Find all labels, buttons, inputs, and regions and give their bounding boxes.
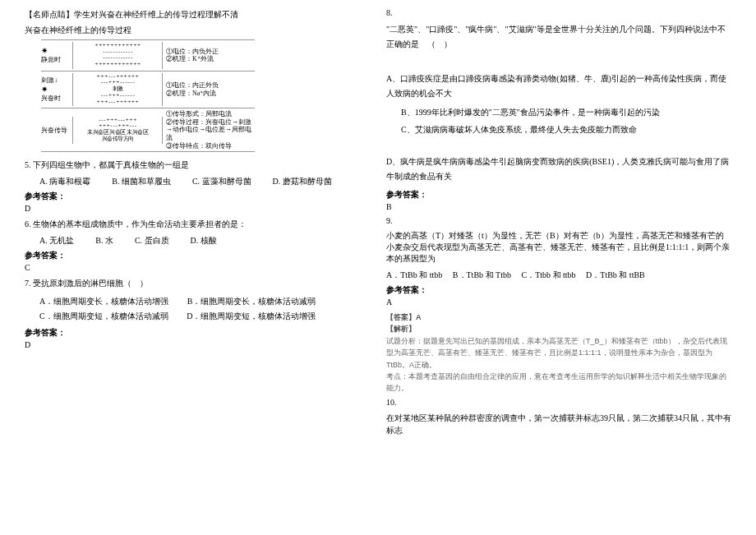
note-0-1: ①电位：内负外正 <box>166 48 255 56</box>
q5-opt-c: C. 蓝藻和酵母菌 <box>192 176 251 187</box>
q9-ans: A <box>386 297 731 307</box>
q7-ans-label: 参考答案： <box>25 327 370 339</box>
q8-ans-label: 参考答案： <box>386 189 731 201</box>
q9-opt-d: D．TtBb 和 ttBB <box>586 270 645 279</box>
note-1-2: ②机理：Na⁺内流 <box>166 90 255 98</box>
q10-num: 10. <box>386 398 731 407</box>
q5-text: 5. 下列四组生物中，都属于真核生物的一组是 <box>25 159 370 171</box>
intro-2: 兴奋在神经纤维上的传导过程 <box>25 24 370 36</box>
q5-opt-b: B. 细菌和草履虫 <box>112 176 171 187</box>
q7-opt-c: C．细胞周期变短，核糖体活动减弱 <box>39 311 168 321</box>
q10-text: 在对某地区某种鼠的种群密度的调查中，第一次捕获并标志39只鼠，第二次捕获34只鼠… <box>386 412 731 436</box>
q9-ans-label: 参考答案： <box>386 284 731 296</box>
q9-options: A．TtBb 和 ttbb B．TtBb 和 Ttbb C．Ttbb 和 ttb… <box>386 270 731 281</box>
q8-opt-b: B、1999年比利时爆发的"二恶英"食品污染事件，是一种病毒引起的污染 <box>401 106 731 118</box>
q6-opt-d: D. 核酸 <box>191 235 217 247</box>
q8-num: 8. <box>386 8 731 17</box>
charges-bot-1: + + + - - - + + + + + + <box>75 99 160 106</box>
q5-options: A. 病毒和根霉 B. 细菌和草履虫 C. 蓝藻和酵母菌 D. 蘑菇和酵母菌 <box>39 176 370 187</box>
charges-bot-0: + + + + + + + + + + + + <box>75 62 160 68</box>
nerve-diagram: ✷静息时 + + + + + + + + + + + + - - - - - -… <box>41 39 255 152</box>
q9-note: 考点：本题考查基因的自由组合定律的应用，意在考查考生运用所学的知识解释生活中相关… <box>386 371 731 394</box>
q8-opt-d: D、疯牛病是疯牛病病毒感染牛引起脑病变而致病的疾病(BSE1)，人类克雅氏病可能… <box>386 155 731 184</box>
note-2-1: ①传导形式：局部电流 <box>166 110 255 118</box>
burst-icon: ✷ <box>41 46 46 55</box>
note-2-2: ②传导过程：兴奋电位→刺激→动作电位→电位差→局部电流 <box>166 118 255 142</box>
q7-opt-d: D．细胞周期变短，核糖体活动增强 <box>187 311 316 321</box>
q6-ans: C <box>25 263 370 272</box>
q9-opt-a: A．TtBb 和 ttbb <box>386 270 442 279</box>
row-label-1: 兴奋时 <box>41 95 61 102</box>
subarrow: 兴奋传导方向 <box>75 136 160 143</box>
q9-num: 9. <box>386 216 731 225</box>
row-label-2: 兴奋传导 <box>41 127 67 134</box>
q8-opt-c: C、艾滋病病毒破坏人体免疫系统，最终使人失去免疫能力而致命 <box>401 123 731 136</box>
q7-opt-b: B．细胞周期变长，核糖体活动减弱 <box>187 297 316 306</box>
q9-analysis-label: 【解析】 <box>386 323 731 334</box>
q9-analysis: 试题分析：据题意先写出已知的基因组成，亲本为高茎无芒（T_B_）和矮茎有芒（tt… <box>386 335 731 371</box>
burst-icon-2: ✷ <box>41 85 46 94</box>
note-1-1: ①电位：内正外负 <box>166 81 255 90</box>
q6-options: A. 无机盐 B. 水 C. 蛋白质 D. 核酸 <box>39 235 370 247</box>
q6-ans-label: 参考答案： <box>25 250 370 261</box>
q7-options: A．细胞周期变长，核糖体活动增强 B．细胞周期变长，核糖体活动减弱 C．细胞周期… <box>39 294 370 324</box>
q8-text: "二恶英"、"口蹄疫"、"疯牛病"、"艾滋病"等是全世界十分关注的几个问题。下列… <box>386 22 731 52</box>
q7-opt-a: A．细胞周期变长，核糖体活动增强 <box>39 297 168 306</box>
q9-opt-c: C．Ttbb 和 ttbb <box>521 270 575 279</box>
note-0-2: ②机理：K⁺外流 <box>166 55 255 63</box>
q6-opt-b: B. 水 <box>95 235 113 247</box>
q5-opt-a: A. 病毒和根霉 <box>39 176 90 187</box>
row-label-0: 静息时 <box>41 56 61 63</box>
q6-opt-a: A. 无机盐 <box>39 235 74 247</box>
q9-opt-b: B．TtBb 和 Ttbb <box>453 270 511 279</box>
q5-ans: D <box>25 204 370 213</box>
intro-1: 【名师点睛】学生对兴奋在神经纤维上的传导过程理解不清 <box>25 8 370 21</box>
q9-text: 小麦的高茎（T）对矮茎（t）为显性，无芒（B）对有芒（b）为显性，高茎无芒和矮茎… <box>386 230 731 265</box>
q5-opt-d: D. 蘑菇和酵母菌 <box>273 176 332 187</box>
q6-text: 6. 生物体的基本组成物质中，作为生命活动主要承担者的是： <box>25 218 370 230</box>
q9-ans2: 【答案】A <box>386 311 731 323</box>
note-2-3: ③传导特点：双向传导 <box>166 142 255 150</box>
arrow-label: 刺激↓ <box>41 76 58 84</box>
q5-ans-label: 参考答案： <box>25 191 370 202</box>
q7-text: 7. 受抗原刺激后的淋巴细胞（ ） <box>25 277 370 289</box>
q8-ans: B <box>386 202 731 211</box>
q6-opt-c: C. 蛋白质 <box>135 235 169 247</box>
q7-ans: D <box>25 340 370 349</box>
q8-opt-a: A、口蹄疫疾症是由口蹄疫病毒感染有蹄类动物(如猪、牛、鹿)引起的一种高传染性疾病… <box>386 71 731 101</box>
